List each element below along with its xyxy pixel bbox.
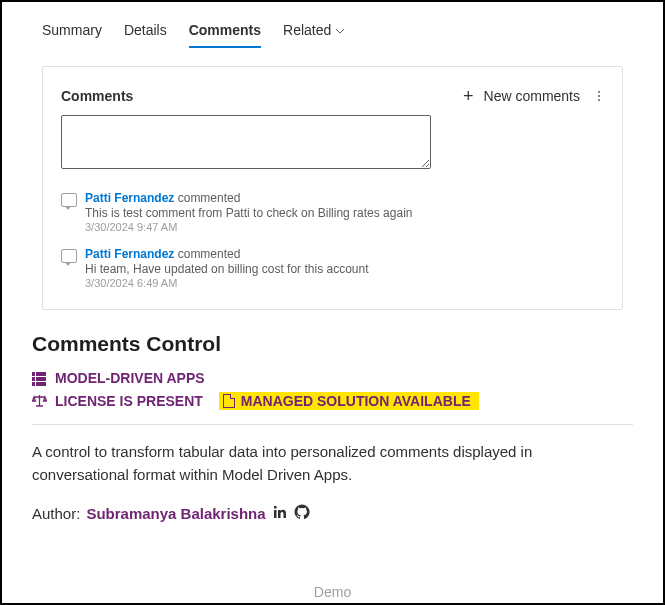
author-name-link[interactable]: Subramanya Balakrishna [86,505,265,522]
badge-model-driven[interactable]: MODEL-DRIVEN APPS [32,370,633,386]
comment-body: Patti Fernandez commented This is test c… [85,191,412,233]
github-icon[interactable] [294,504,310,523]
comment-text: This is test comment from Patti to check… [85,206,412,220]
tab-bar: Summary Details Comments Related [2,2,663,48]
comment-action: commented [178,191,241,205]
comments-panel: Comments + New comments Patti Fernandez … [42,66,623,310]
new-comments-button[interactable]: + New comments [463,87,580,105]
comment-timestamp: 3/30/2024 6:49 AM [85,277,369,289]
tab-related[interactable]: Related [283,16,345,48]
scale-icon [32,395,47,408]
more-actions-button[interactable] [594,87,604,105]
comment-action: commented [178,247,241,261]
badge-managed-link[interactable]: MANAGED SOLUTION AVAILABLE [219,392,479,410]
comment-body: Patti Fernandez commented Hi team, Have … [85,247,369,289]
author-label: Author: [32,505,80,522]
divider [32,424,633,425]
author-line: Author: Subramanya Balakrishna [32,504,633,523]
comment-item: Patti Fernandez commented Hi team, Have … [61,239,604,295]
comment-input[interactable] [61,115,431,169]
file-download-icon [223,394,235,408]
footer-text: Demo [314,584,351,600]
comment-bubble-icon [61,249,77,263]
linkedin-icon[interactable] [272,504,288,523]
comment-author-link[interactable]: Patti Fernandez [85,191,174,205]
comment-list: Patti Fernandez commented This is test c… [61,183,604,295]
badge-model-label: MODEL-DRIVEN APPS [55,370,205,386]
badges: MODEL-DRIVEN APPS LICENSE IS PRESENT MAN… [32,370,633,410]
chevron-down-icon [335,25,345,36]
tab-related-label: Related [283,22,331,38]
new-comments-label: New comments [484,88,580,104]
tab-comments[interactable]: Comments [189,16,261,48]
plus-icon: + [463,87,474,105]
comment-bubble-icon [61,193,77,207]
list-icon [32,372,47,385]
section-title: Comments Control [32,332,633,356]
comment-author-link[interactable]: Patti Fernandez [85,247,174,261]
panel-header: Comments + New comments [61,87,604,105]
comment-item: Patti Fernandez commented This is test c… [61,183,604,239]
badge-managed-label: MANAGED SOLUTION AVAILABLE [241,393,471,409]
tab-details[interactable]: Details [124,16,167,48]
comment-text: Hi team, Have updated on billing cost fo… [85,262,369,276]
badge-license-link[interactable]: LICENSE IS PRESENT [55,393,203,409]
comment-timestamp: 3/30/2024 9:47 AM [85,221,412,233]
panel-title: Comments [61,88,133,104]
control-description: A control to transform tabular data into… [32,441,633,486]
tab-summary[interactable]: Summary [42,16,102,48]
badge-row-2: LICENSE IS PRESENT MANAGED SOLUTION AVAI… [32,392,633,410]
